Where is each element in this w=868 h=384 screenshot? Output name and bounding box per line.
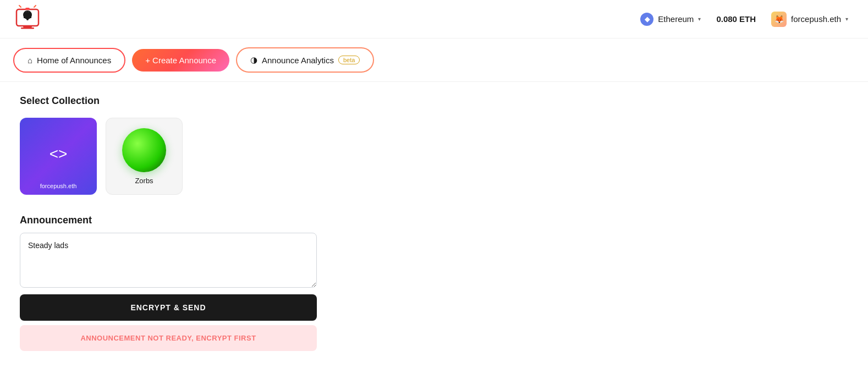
forcepush-code-icon: <>	[50, 145, 68, 163]
announcement-textarea[interactable]: Steady lads	[20, 233, 317, 288]
network-selector[interactable]: ◆ Ethereum ▾	[634, 9, 707, 29]
app-logo	[13, 5, 42, 34]
wallet-avatar: 🦊	[771, 12, 787, 27]
announcement-section-title: Announcement	[20, 215, 317, 226]
svg-rect-3	[23, 26, 32, 28]
svg-rect-4	[21, 28, 34, 29]
collection-section-title: Select Collection	[20, 95, 848, 107]
wallet-label: forcepush.eth	[791, 14, 841, 24]
svg-line-6	[19, 6, 21, 7]
svg-point-2	[26, 18, 29, 20]
collection-card-zorbs[interactable]: Zorbs	[106, 118, 183, 195]
network-chevron-icon: ▾	[698, 16, 701, 22]
wallet-chevron-icon: ▾	[845, 16, 848, 22]
home-nav-label: Home of Announces	[37, 56, 111, 65]
encrypt-send-button[interactable]: ENCRYPT & SEND	[20, 294, 317, 321]
header: ◆ Ethereum ▾ 0.080 ETH 🦊 forcepush.eth ▾	[0, 0, 868, 39]
analytics-nav-button[interactable]: ◑ Announce Analytics beta	[236, 47, 374, 73]
header-right: ◆ Ethereum ▾ 0.080 ETH 🦊 forcepush.eth ▾	[634, 8, 855, 30]
analytics-icon: ◑	[250, 55, 257, 65]
home-icon: ⌂	[28, 56, 32, 65]
create-label: + Create Announce	[145, 56, 216, 65]
eth-balance: 0.080 ETH	[716, 14, 756, 24]
logo-area	[13, 5, 42, 34]
announcement-section: Announcement Steady lads ENCRYPT & SEND …	[20, 215, 317, 351]
zorbs-ball-icon	[122, 128, 166, 172]
svg-line-7	[34, 6, 36, 7]
network-label: Ethereum	[658, 14, 694, 24]
wallet-selector[interactable]: 🦊 forcepush.eth ▾	[765, 8, 855, 30]
nav-bar: ⌂ Home of Announces + Create Announce ◑ …	[0, 39, 868, 82]
forcepush-card-label: forcepush.eth	[40, 183, 77, 189]
not-ready-button: ANNOUNCEMENT NOT READY, ENCRYPT FIRST	[20, 325, 317, 351]
analytics-nav-label: Announce Analytics	[262, 56, 334, 65]
collection-card-forcepush[interactable]: <> forcepush.eth	[20, 118, 97, 195]
create-nav-button[interactable]: + Create Announce	[132, 49, 229, 72]
collection-grid: <> forcepush.eth Zorbs	[20, 118, 848, 195]
home-nav-button[interactable]: ⌂ Home of Announces	[13, 48, 125, 73]
beta-badge: beta	[338, 56, 360, 64]
main-content: Select Collection <> forcepush.eth Zorbs…	[0, 82, 868, 364]
ethereum-icon: ◆	[640, 13, 653, 26]
svg-rect-5	[25, 8, 30, 10]
zorbs-card-label: Zorbs	[135, 177, 153, 185]
